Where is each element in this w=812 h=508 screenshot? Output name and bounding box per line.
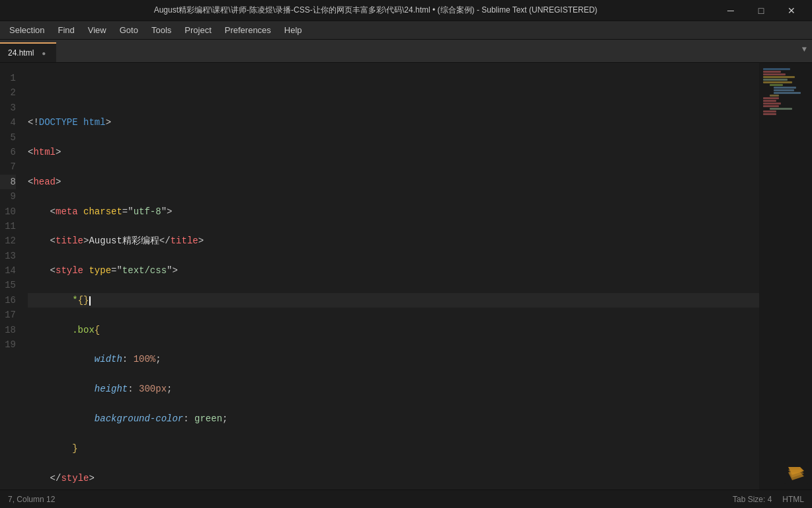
menu-bar: Selection Find View Goto Tools Project P…	[0, 21, 812, 40]
code-line-14: </style>	[28, 471, 759, 486]
tab-close-icon[interactable]: ●	[39, 48, 48, 58]
window-controls: ─ □ ✕	[715, 0, 807, 21]
menu-item-help[interactable]: Help	[278, 22, 309, 38]
cursor-position: 7, Column 12	[8, 495, 55, 504]
menu-item-tools[interactable]: Tools	[145, 22, 178, 38]
code-line-8: *{}	[28, 293, 759, 308]
code-line-6: <title>August精彩编程</title>	[28, 233, 759, 248]
tab-label: 24.html	[8, 48, 34, 58]
minimap	[759, 63, 812, 489]
code-line-12: background-color: green;	[28, 411, 759, 426]
code-line-9: .box{	[28, 323, 759, 337]
window-title: August精彩编程\课程\讲师-陈凌煜\录播-CSS-让你的网页丰富多彩\代码…	[36, 5, 715, 16]
tab-bar: 24.html ● ▼	[0, 40, 812, 63]
code-line-10: width: 100%;	[28, 352, 759, 366]
menu-item-goto[interactable]: Goto	[113, 22, 145, 38]
code-line-1	[28, 85, 759, 100]
code-editor[interactable]: <!DOCTYPE html> <html> <head> <meta char…	[20, 63, 759, 489]
close-button[interactable]: ✕	[776, 0, 807, 21]
tab-size[interactable]: Tab Size: 4	[733, 495, 772, 504]
minimize-button[interactable]: ─	[715, 0, 746, 21]
menu-item-selection[interactable]: Selection	[3, 22, 51, 38]
tab-dropdown-icon[interactable]: ▼	[802, 45, 807, 54]
menu-item-preferences[interactable]: Preferences	[218, 22, 278, 38]
line-numbers: 1 2 3 4 5 6 7 8 9 10 11 12 13 14 15 16 1…	[0, 63, 20, 489]
status-bar: 7, Column 12 Tab Size: 4 HTML	[0, 489, 812, 508]
sublime-logo	[784, 460, 808, 484]
menu-item-view[interactable]: View	[81, 22, 113, 38]
code-line-4: <head>	[28, 175, 759, 189]
code-line-5: <meta charset="utf-8">	[28, 204, 759, 219]
tab-24html[interactable]: 24.html ●	[0, 42, 56, 62]
code-line-3: <html>	[28, 145, 759, 159]
code-line-13: }	[28, 441, 759, 456]
status-right: Tab Size: 4 HTML	[733, 495, 804, 504]
code-line-7: <style type="text/css">	[28, 263, 759, 278]
editor-area[interactable]: 1 2 3 4 5 6 7 8 9 10 11 12 13 14 15 16 1…	[0, 63, 812, 489]
code-line-11: height: 300px;	[28, 382, 759, 396]
menu-item-find[interactable]: Find	[51, 22, 81, 38]
status-left: 7, Column 12	[8, 495, 55, 504]
code-line-2: <!DOCTYPE html>	[28, 115, 759, 130]
language-mode[interactable]: HTML	[782, 495, 804, 504]
maximize-button[interactable]: □	[746, 0, 776, 21]
minimap-preview	[759, 68, 812, 489]
menu-item-project[interactable]: Project	[178, 22, 218, 38]
title-bar: August精彩编程\课程\讲师-陈凌煜\录播-CSS-让你的网页丰富多彩\代码…	[0, 0, 812, 21]
